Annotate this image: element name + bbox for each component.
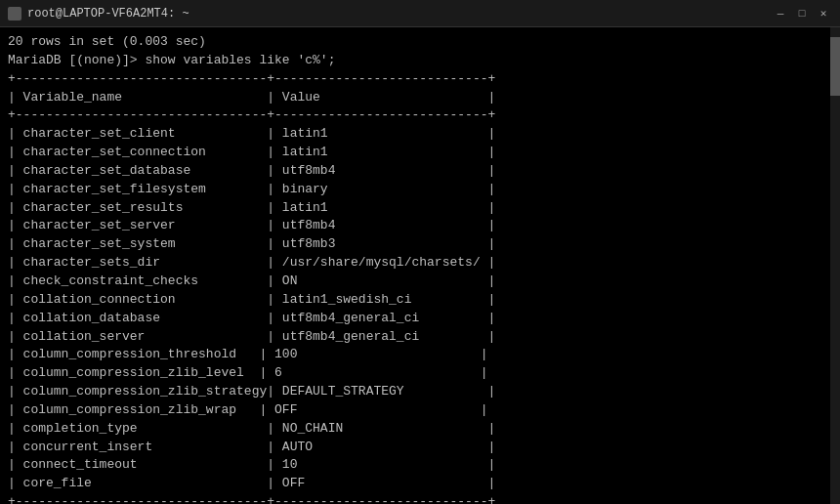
window-title: root@LAPTOP-VF6A2MT4: ~ [27,7,189,21]
terminal-line: MariaDB [(none)]> show variables like 'c… [8,52,832,70]
terminal-line: | character_set_server | utf8mb4 | [8,217,832,235]
terminal-window[interactable]: 20 rows in set (0.003 sec)MariaDB [(none… [0,27,840,504]
terminal-content: 20 rows in set (0.003 sec)MariaDB [(none… [8,33,832,504]
close-button[interactable]: ✕ [815,5,832,22]
terminal-icon [8,7,21,21]
terminal-line: | core_file | OFF | [8,475,832,493]
terminal-line: +---------------------------------+-----… [8,493,832,504]
title-bar: root@LAPTOP-VF6A2MT4: ~ — □ ✕ [0,0,840,27]
title-bar-left: root@LAPTOP-VF6A2MT4: ~ [8,7,189,21]
terminal-line: | column_compression_zlib_level | 6 | [8,364,832,383]
terminal-line: | column_compression_zlib_strategy| DEFA… [8,383,832,401]
maximize-button[interactable]: □ [793,5,811,22]
terminal-line: | character_sets_dir | /usr/share/mysql/… [8,254,832,273]
terminal-line: | character_set_database | utf8mb4 | [8,162,832,181]
terminal-line: 20 rows in set (0.003 sec) [8,33,832,52]
terminal-line: | character_set_client | latin1 | [8,125,832,144]
minimize-button[interactable]: — [772,5,789,22]
terminal-line: | character_set_results | latin1 | [8,199,832,218]
terminal-line: | connect_timeout | 10 | [8,456,832,475]
window-controls: — □ ✕ [772,5,832,22]
terminal-line: | check_constraint_checks | ON | [8,273,832,291]
terminal-line: | completion_type | NO_CHAIN | [8,420,832,439]
terminal-line: | collation_server | utf8mb4_general_ci … [8,328,832,347]
terminal-line: | character_set_system | utf8mb3 | [8,235,832,254]
terminal-line: | column_compression_threshold | 100 | [8,346,832,364]
terminal-line: | Variable_name | Value | [8,89,832,107]
scrollbar-thumb[interactable] [830,37,840,96]
terminal-line: | character_set_filesystem | binary | [8,181,832,199]
terminal-line: | collation_connection | latin1_swedish_… [8,291,832,310]
scrollbar[interactable] [830,27,840,504]
terminal-line: | collation_database | utf8mb4_general_c… [8,310,832,328]
terminal-line: | character_set_connection | latin1 | [8,144,832,162]
terminal-line: +---------------------------------+-----… [8,106,832,125]
terminal-line: | column_compression_zlib_wrap | OFF | [8,401,832,420]
terminal-line: | concurrent_insert | AUTO | [8,439,832,457]
terminal-line: +---------------------------------+-----… [8,70,832,89]
